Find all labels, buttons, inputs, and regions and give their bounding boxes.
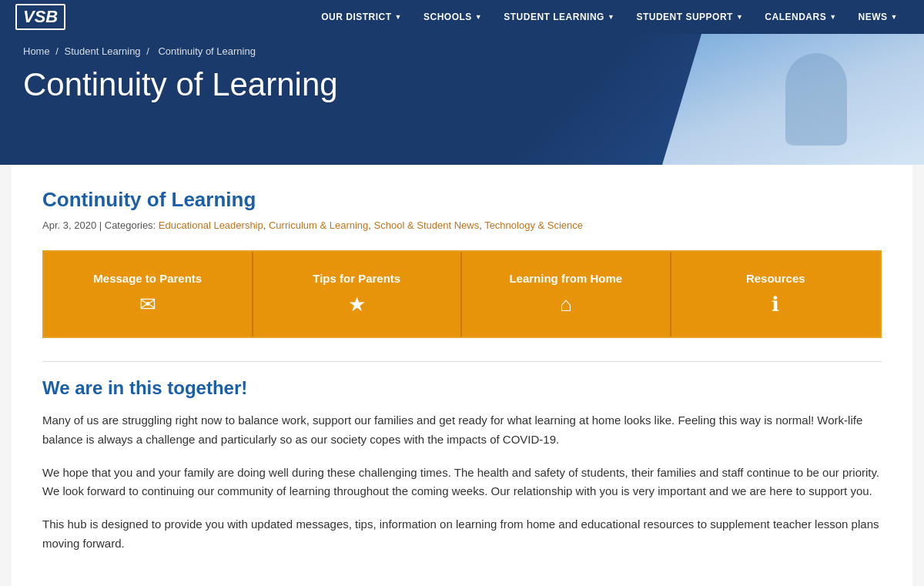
card-tips-for-parents[interactable]: Tips for Parents ★ <box>253 252 463 337</box>
meta-line: Apr. 3, 2020 | Categories: Educational L… <box>42 219 882 231</box>
breadcrumb-current: Continuity of Learning <box>158 45 255 57</box>
site-logo[interactable]: VSB <box>15 4 65 30</box>
cat-sep-2: , <box>368 219 373 231</box>
category-curriculum[interactable]: Curriculum & Learning <box>269 219 368 231</box>
cat-sep-1: , <box>263 219 269 231</box>
content-paragraph-2: We hope that you and your family are doi… <box>42 464 882 502</box>
card-grid: Message to Parents ✉ Tips for Parents ★ … <box>42 250 882 338</box>
breadcrumb-student-learning[interactable]: Student Learning <box>65 45 141 57</box>
card-learning-from-home[interactable]: Learning from Home ⌂ <box>462 252 671 337</box>
chevron-down-icon: ▼ <box>829 13 836 21</box>
info-icon: ℹ <box>772 293 779 316</box>
card-resources[interactable]: Resources ℹ <box>671 252 881 337</box>
hero-title: Continuity of Learning <box>23 66 901 103</box>
content-paragraph-3: This hub is designed to provide you with… <box>42 515 882 554</box>
main-content: Continuity of Learning Apr. 3, 2020 | Ca… <box>12 165 912 586</box>
nav-student-support[interactable]: STUDENT SUPPORT ▼ <box>625 0 754 34</box>
breadcrumb-sep1: / <box>55 45 59 57</box>
chevron-down-icon: ▼ <box>395 13 402 21</box>
card-label: Tips for Parents <box>313 272 400 285</box>
card-message-to-parents[interactable]: Message to Parents ✉ <box>44 252 253 337</box>
categories-label: Categories: <box>105 219 156 231</box>
content-divider <box>42 361 882 362</box>
nav-schools[interactable]: SCHOOLS ▼ <box>413 0 493 34</box>
chevron-down-icon: ▼ <box>736 13 743 21</box>
breadcrumb: Home / Student Learning / Continuity of … <box>23 45 901 57</box>
category-educational-leadership[interactable]: Educational Leadership <box>159 219 263 231</box>
star-icon: ★ <box>348 293 366 316</box>
main-navigation: VSB OUR DISTRICT ▼ SCHOOLS ▼ STUDENT LEA… <box>0 0 924 34</box>
chevron-down-icon: ▼ <box>608 13 614 21</box>
meta-separator: | <box>99 219 105 231</box>
category-school-news[interactable]: School & Student News <box>374 219 480 231</box>
card-label: Message to Parents <box>93 272 202 285</box>
breadcrumb-sep2: / <box>146 45 149 57</box>
post-date: Apr. 3, 2020 <box>42 219 96 231</box>
nav-student-learning[interactable]: STUDENT LEARNING ▼ <box>493 0 625 34</box>
nav-calendars[interactable]: CALENDARS ▼ <box>754 0 847 34</box>
chevron-down-icon: ▼ <box>891 13 898 21</box>
section-title: We are in this together! <box>42 377 882 399</box>
home-icon: ⌂ <box>560 293 572 316</box>
page-title: Continuity of Learning <box>42 188 882 212</box>
hero-banner: Home / Student Learning / Continuity of … <box>0 34 924 165</box>
nav-our-district[interactable]: OUR DISTRICT ▼ <box>310 0 413 34</box>
nav-menu: OUR DISTRICT ▼ SCHOOLS ▼ STUDENT LEARNIN… <box>310 0 909 34</box>
breadcrumb-home[interactable]: Home <box>23 45 50 57</box>
nav-news[interactable]: NEWS ▼ <box>848 0 909 34</box>
category-technology[interactable]: Technology & Science <box>484 219 583 231</box>
chevron-down-icon: ▼ <box>475 13 482 21</box>
envelope-icon: ✉ <box>139 293 156 316</box>
content-paragraph-1: Many of us are struggling right now to b… <box>42 411 882 450</box>
card-label: Resources <box>746 272 805 285</box>
card-label: Learning from Home <box>509 272 622 285</box>
